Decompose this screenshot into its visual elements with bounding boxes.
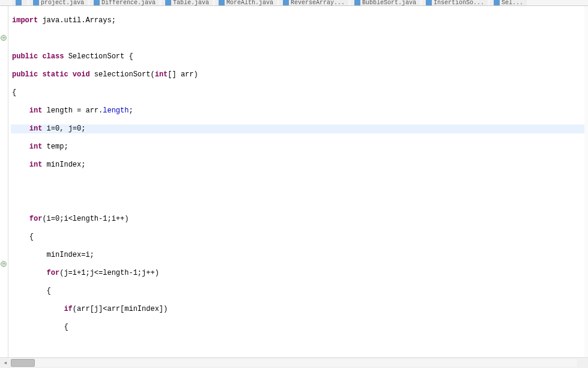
tab-item[interactable]: BubbleSort.java (351, 0, 420, 5)
java-file-icon (33, 0, 39, 6)
code-editor[interactable]: − − import java.util.Arrays; public clas… (0, 6, 588, 357)
tab-item[interactable]: MoreAlth.java (215, 0, 277, 5)
java-file-icon (165, 0, 171, 6)
horizontal-scrollbar[interactable]: ◄ (0, 357, 588, 368)
java-file-icon (94, 0, 100, 6)
tab-item[interactable]: ReverseArray... (279, 0, 348, 5)
tab-item[interactable]: Difference.java (90, 0, 159, 5)
java-file-icon (354, 0, 360, 6)
editor-tabs: project.java Difference.java Table.java … (0, 0, 588, 6)
tab-item[interactable]: project.java (29, 0, 88, 5)
scrollbar-track[interactable] (11, 359, 577, 367)
scroll-left-icon[interactable]: ◄ (1, 359, 10, 367)
java-file-icon (16, 0, 22, 6)
scrollbar-thumb[interactable] (11, 359, 35, 367)
java-file-icon (283, 0, 289, 6)
code-content[interactable]: import java.util.Arrays; public class Se… (8, 6, 588, 357)
vertical-scrollbar[interactable] (584, 6, 588, 357)
java-file-icon (219, 0, 225, 6)
tab-item[interactable]: Sel... (490, 0, 527, 5)
tab-item[interactable]: Table.java (162, 0, 213, 5)
tab-item[interactable]: InsertionSo... (422, 0, 488, 5)
java-file-icon (494, 0, 500, 6)
fold-marker-icon[interactable]: − (1, 261, 7, 267)
tab-item[interactable] (12, 0, 27, 5)
fold-marker-icon[interactable]: − (1, 35, 7, 41)
java-file-icon (426, 0, 432, 6)
editor-gutter[interactable]: − − (0, 6, 8, 357)
